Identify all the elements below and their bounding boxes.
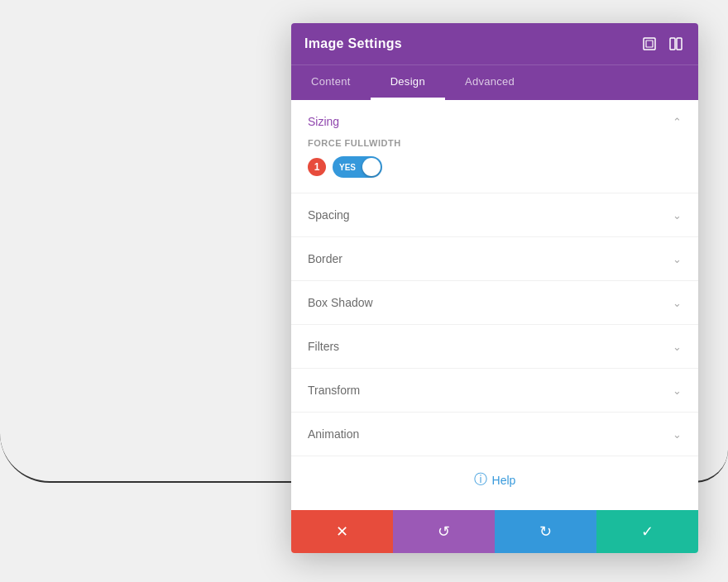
section-spacing-header[interactable]: Spacing ⌄ bbox=[291, 193, 698, 236]
cancel-button[interactable]: ✕ bbox=[291, 510, 393, 553]
section-filters-title: Filters bbox=[308, 340, 339, 353]
svg-rect-3 bbox=[677, 38, 682, 50]
box-shadow-chevron: ⌄ bbox=[673, 297, 682, 309]
section-border: Border ⌄ bbox=[291, 237, 698, 281]
split-icon[interactable] bbox=[667, 35, 685, 53]
section-transform-title: Transform bbox=[308, 384, 360, 397]
section-animation: Animation ⌄ bbox=[291, 413, 698, 456]
bg-curve-left bbox=[0, 433, 298, 483]
tab-advanced[interactable]: Advanced bbox=[445, 65, 534, 100]
tab-design[interactable]: Design bbox=[371, 65, 445, 100]
section-box-shadow-title: Box Shadow bbox=[308, 296, 373, 309]
animation-chevron: ⌄ bbox=[673, 428, 682, 441]
section-border-title: Border bbox=[308, 252, 342, 265]
modal-header: Image Settings bbox=[291, 23, 698, 64]
tab-bar: Content Design Advanced bbox=[291, 64, 698, 100]
section-filters: Filters ⌄ bbox=[291, 325, 698, 369]
header-icons bbox=[640, 35, 685, 53]
spacing-chevron: ⌄ bbox=[673, 209, 682, 222]
section-sizing-title: Sizing bbox=[308, 115, 339, 128]
toggle-badge: 1 bbox=[308, 158, 326, 176]
bg-curve-right bbox=[695, 433, 728, 483]
image-settings-modal: Image Settings Content Design Advanced bbox=[291, 23, 698, 553]
section-sizing: Sizing ⌃ Force Fullwidth 1 YES bbox=[291, 100, 698, 193]
filters-chevron: ⌄ bbox=[673, 341, 682, 353]
section-box-shadow-header[interactable]: Box Shadow ⌄ bbox=[291, 281, 698, 324]
toggle-thumb bbox=[362, 158, 381, 176]
svg-rect-0 bbox=[644, 38, 655, 50]
force-fullwidth-toggle[interactable]: YES bbox=[333, 156, 382, 178]
toggle-yes-label: YES bbox=[339, 163, 356, 172]
tab-content[interactable]: Content bbox=[291, 65, 371, 100]
section-transform-header[interactable]: Transform ⌄ bbox=[291, 369, 698, 412]
modal-title: Image Settings bbox=[304, 36, 402, 51]
section-animation-title: Animation bbox=[308, 427, 359, 441]
section-spacing: Spacing ⌄ bbox=[291, 193, 698, 237]
section-spacing-title: Spacing bbox=[308, 208, 350, 222]
svg-rect-1 bbox=[646, 41, 653, 47]
sizing-chevron-up: ⌃ bbox=[673, 116, 682, 128]
section-border-header[interactable]: Border ⌄ bbox=[291, 237, 698, 280]
modal-footer: ✕ ↺ ↻ ✓ bbox=[291, 510, 698, 553]
svg-rect-2 bbox=[670, 38, 675, 50]
section-animation-header[interactable]: Animation ⌄ bbox=[291, 413, 698, 456]
sizing-content: Force Fullwidth 1 YES bbox=[291, 135, 698, 193]
section-filters-header[interactable]: Filters ⌄ bbox=[291, 325, 698, 368]
section-sizing-header[interactable]: Sizing ⌃ bbox=[291, 100, 698, 135]
force-fullwidth-row: 1 YES bbox=[308, 156, 682, 178]
redo-button[interactable]: ↻ bbox=[495, 510, 596, 553]
resize-icon[interactable] bbox=[640, 35, 659, 53]
help-row[interactable]: ⓘ Help bbox=[291, 456, 698, 503]
force-fullwidth-label: Force Fullwidth bbox=[308, 138, 682, 148]
save-button[interactable]: ✓ bbox=[596, 510, 698, 553]
modal-body: Sizing ⌃ Force Fullwidth 1 YES Spacing ⌄ bbox=[291, 100, 698, 510]
transform-chevron: ⌄ bbox=[673, 384, 682, 397]
help-icon: ⓘ bbox=[474, 471, 487, 489]
border-chevron: ⌄ bbox=[673, 253, 682, 265]
section-transform: Transform ⌄ bbox=[291, 369, 698, 413]
undo-button[interactable]: ↺ bbox=[393, 510, 495, 553]
help-label: Help bbox=[492, 474, 516, 487]
section-box-shadow: Box Shadow ⌄ bbox=[291, 281, 698, 325]
